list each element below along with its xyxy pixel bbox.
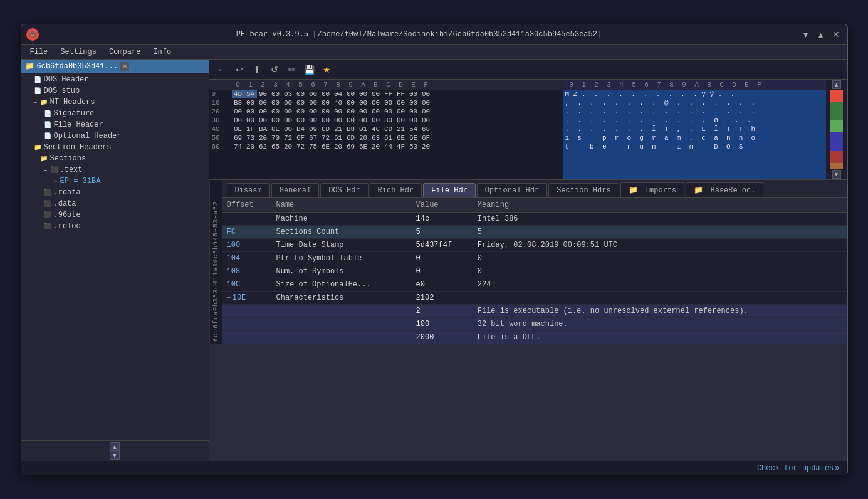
sidebar-item-label: NT Headers (50, 98, 95, 107)
cell-name: Characteristics (271, 292, 410, 305)
sidebar-item-sections[interactable]: – 📁 Sections (21, 153, 209, 164)
tab-disasm[interactable]: Disasm (227, 183, 270, 197)
maximize-button[interactable]: ▴ (815, 28, 827, 41)
reload-button[interactable]: ↩ (232, 62, 247, 77)
tab-dos-hdr[interactable]: DOS Hdr (320, 183, 368, 197)
hex-col-4: 4 (282, 81, 295, 88)
main-content: 📁 6cb6fda0b353d41... ✕ 📄 DOS Header 📄 DO… (21, 60, 847, 461)
ascii-col-1: 1 (578, 81, 590, 88)
tab-optional-hdr[interactable]: Optional Hdr (477, 183, 547, 197)
sidebar-item-text[interactable]: – ⬛ .text (21, 164, 209, 176)
data-icon: ⬛ (44, 200, 51, 207)
ascii-header: 0 1 2 3 4 5 6 7 8 9 A B C D E (563, 80, 826, 90)
menu-file[interactable]: File (25, 46, 53, 58)
expand-icon: – (227, 293, 231, 302)
hex-view: 0 1 2 3 4 5 6 7 8 9 A B C D E (209, 80, 847, 180)
table-row[interactable]: 100 Time Date Stamp 5d437f4f Friday, 02.… (222, 239, 847, 252)
table-row[interactable]: FC Sections Count 5 5 (222, 226, 847, 239)
cell-offset (222, 305, 271, 318)
colorbar-darkred (830, 151, 843, 164)
tab-general[interactable]: General (271, 183, 319, 197)
sidebar-item-signature[interactable]: 📄 Signature (21, 108, 209, 119)
hex-row-30: 30 0000 0000 0000 0000 0000 0000 8000 00… (209, 116, 563, 125)
ascii-col-9: 9 (678, 81, 691, 88)
tab-general-label: General (280, 186, 311, 195)
section-headers-icon: 📁 (34, 144, 41, 151)
hex-rows: 0 4D 5A 9000 0300 0000 0400 0000 FFFF 00… (209, 90, 563, 179)
ascii-col-d: D (728, 81, 741, 88)
sidebar-item-dos-header[interactable]: 📄 DOS Header (21, 74, 209, 85)
optional-header-icon: 📄 (44, 132, 51, 140)
up-button[interactable]: ⬆ (249, 62, 264, 77)
table-row[interactable]: 2 File is executable (i.e. no unresolved… (222, 305, 847, 318)
tab-imports[interactable]: 📁 Imports (620, 182, 685, 197)
tab-basereloc[interactable]: 📁 BaseReloc. (686, 182, 763, 197)
close-button[interactable]: ✕ (830, 28, 842, 41)
data-table-area: Offset Name Value Meaning Machine (222, 198, 847, 344)
save-button[interactable]: 💾 (302, 62, 317, 77)
cell-meaning: 0 (473, 252, 847, 265)
sidebar-item-file-header[interactable]: 📄 File Header (21, 119, 209, 130)
minimize-button[interactable]: ▾ (800, 28, 812, 41)
text-icon: – (44, 167, 48, 174)
cell-name: Time Date Stamp (271, 239, 410, 252)
table-row[interactable]: 2000 File is a DLL. (222, 331, 847, 344)
ascii-row-10: , . . . . . . . @ . . . . . . . (563, 98, 826, 107)
sidebar-item-nt-headers[interactable]: – 📁 NT Headers (21, 97, 209, 108)
statusbar: Check for updates » (21, 461, 847, 475)
cell-name (271, 318, 410, 331)
sidebar-item-optional-header[interactable]: 📄 Optional Header (21, 130, 209, 142)
dos-stub-icon: 📄 (34, 87, 41, 95)
edit-button[interactable]: ✏ (285, 62, 300, 77)
sidebar-tree: 📄 DOS Header 📄 DOS stub – 📁 NT Headers 📄… (21, 73, 209, 440)
cell-name: Machine (271, 213, 410, 226)
table-row[interactable]: 10C Size of OptionalHe... e0 224 (222, 278, 847, 292)
undo-button[interactable]: ↺ (267, 62, 282, 77)
tab-rich-hdr-label: Rich Hdr (378, 186, 414, 195)
sidebar-item-section-headers[interactable]: 📁 Section Headers (21, 142, 209, 153)
menu-info[interactable]: Info (148, 46, 176, 58)
table-row[interactable]: Machine 14c Intel 386 (222, 213, 847, 226)
table-header-row: Offset Name Value Meaning (222, 198, 847, 213)
cell-meaning: 5 (473, 226, 847, 239)
sidebar-item-reloc[interactable]: ⬛ .reloc (21, 221, 209, 232)
col-name: Name (271, 198, 410, 213)
sidebar-item-96ote[interactable]: ⬛ .96ote (21, 209, 209, 221)
tab-rich-hdr[interactable]: Rich Hdr (370, 183, 422, 197)
sidebar-item-rdata[interactable]: ⬛ .rdata (21, 187, 209, 198)
sidebar-item-dos-stub[interactable]: 📄 DOS stub (21, 85, 209, 97)
hex-scroll-down[interactable]: ▼ (832, 170, 841, 179)
table-row[interactable]: – 10E Characteristics 2102 (222, 292, 847, 305)
cell-name (271, 331, 410, 344)
tabs-and-table: Disasm General DOS Hdr Rich Hdr File Hdr (222, 180, 847, 344)
sidebar-close-btn[interactable]: ✕ (120, 62, 129, 71)
titlebar: 🐻 PE-bear v0.3.9.5 [/home/f0wl/Malware/S… (21, 24, 847, 45)
menu-settings[interactable]: Settings (55, 46, 102, 58)
cell-name: Size of OptionalHe... (271, 278, 410, 292)
menu-compare[interactable]: Compare (104, 46, 145, 58)
hex-row-20: 20 0000 0000 0000 0000 0000 0000 0000 00… (209, 107, 563, 116)
ascii-row-60: t b e r u n i n D O S (563, 142, 826, 151)
back-button[interactable]: ← (214, 62, 229, 77)
sidebar-scroll-up[interactable]: ▲ (110, 442, 120, 451)
tab-section-hdrs[interactable]: Section Hdrs (548, 183, 619, 197)
check-updates-link[interactable]: Check for updates (757, 464, 834, 473)
table-row[interactable]: 104 Ptr to Symbol Table 0 0 (222, 252, 847, 265)
ascii-col-4: 4 (615, 81, 628, 88)
cell-name: Num. of Symbols (271, 265, 410, 278)
sidebar-scroll-down[interactable]: ▼ (110, 451, 120, 460)
basereloc-tab-icon: 📁 (694, 186, 703, 195)
tab-file-hdr[interactable]: File Hdr (423, 183, 476, 197)
tab-optional-hdr-label: Optional Hdr (485, 186, 539, 195)
star-button[interactable]: ★ (320, 62, 335, 77)
ascii-col-c: C (716, 81, 728, 88)
cell-value: 5d437f4f (411, 239, 473, 252)
hex-scroll-up[interactable]: ▲ (832, 80, 841, 89)
96ote-icon: ⬛ (44, 211, 51, 219)
table-row[interactable]: 108 Num. of Symbols 0 0 (222, 265, 847, 278)
sidebar-item-ep[interactable]: ➡ EP = 31BA (21, 176, 209, 187)
table-row[interactable]: 100 32 bit word machine. (222, 318, 847, 331)
sidebar-item-label: File Header (54, 120, 103, 129)
hex-row-60: 60 7420 6265 2072 756E 2069 6E20 444F 53… (209, 142, 563, 151)
sidebar-item-data[interactable]: ⬛ .data (21, 198, 209, 209)
